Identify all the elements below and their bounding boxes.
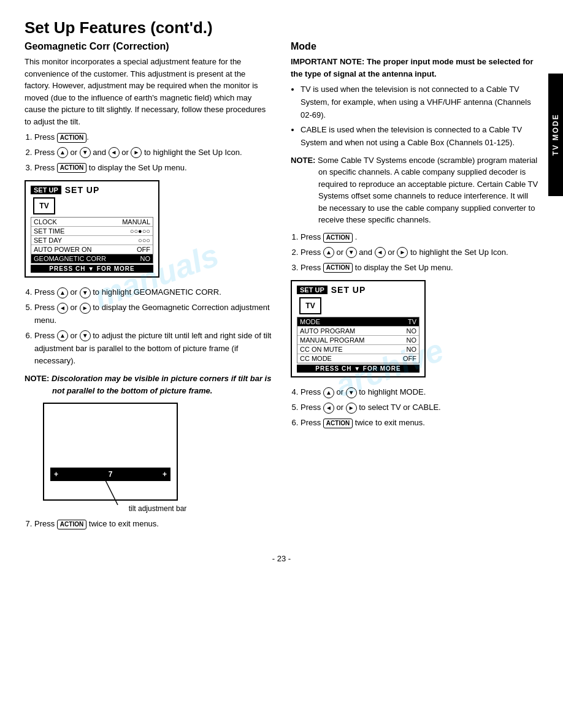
right-note-label: NOTE: (291, 156, 315, 165)
screen-title-1: SET UP (65, 185, 100, 195)
left-step-6: Press ▲ or ▼ to adjust the picture tilt … (34, 330, 272, 368)
left-arrow-r5: ◄ (323, 403, 334, 414)
left-arrow-5: ◄ (57, 303, 68, 314)
menu-item-mode: MODETV (297, 317, 419, 327)
left-step-5: Press ◄ or ► to display the Geomagnetic … (34, 301, 272, 327)
svg-line-0 (99, 468, 118, 505)
up-arrow-6: ▲ (57, 330, 68, 341)
down-arrow-2: ▼ (80, 147, 91, 158)
left-step7-list: Press ACTION twice to exit menus. (34, 518, 272, 531)
up-arrow-r4: ▲ (323, 387, 334, 398)
left-intro: This monitor incorporates a special adju… (25, 56, 272, 127)
down-arrow-r4: ▼ (346, 387, 357, 398)
left-step-1: Press ACTION. (34, 131, 272, 144)
tilt-plus-right: + (163, 470, 167, 479)
screen-header-1: SET UP SET UP (31, 185, 153, 195)
action-btn-r6: ACTION (323, 419, 353, 428)
right-arrow-5: ► (80, 303, 91, 314)
right-arrow-r2: ► (397, 247, 408, 258)
action-btn-7: ACTION (57, 520, 86, 529)
right-note: NOTE: Some Cable TV Systems encode (scra… (291, 154, 538, 226)
down-arrow-4: ▼ (80, 287, 91, 298)
menu-item-setday: SET DAY○○○ (31, 236, 153, 245)
menu-footer-2: PRESS CH ▼ FOR MORE (297, 365, 419, 373)
left-step-3: Press ACTION to display the Set Up menu. (34, 162, 272, 175)
action-btn-1: ACTION (57, 133, 86, 143)
right-steps-list: Press ACTION . Press ▲ or ▼ and ◄ or ► t… (301, 231, 538, 274)
left-arrow-r2: ◄ (375, 247, 386, 258)
action-btn-r3: ACTION (323, 263, 353, 273)
action-btn-r1: ACTION (323, 233, 353, 243)
right-steps-list-2: Press ▲ or ▼ to highlight MODE. Press ◄ … (301, 386, 538, 429)
left-section-title: Geomagnetic Corr (Correction) (25, 41, 272, 52)
page: manuals archive TV MODE Set Up Features … (0, 0, 563, 588)
right-important-note: IMPORTANT NOTE: The proper input mode mu… (291, 56, 538, 80)
right-step-5: Press ◄ or ► to select TV or CABLE. (301, 401, 538, 414)
screen-box-1: SET UP SET UP TV CLOCKMANUAL SET TIME○○●… (25, 180, 159, 278)
menu-item-clock: CLOCKMANUAL (31, 218, 153, 227)
right-arrow-2: ► (131, 147, 142, 158)
right-step-3: Press ACTION to display the Set Up menu. (301, 262, 538, 275)
menu-item-settime: SET TIME○○●○○ (31, 227, 153, 236)
tilt-plus-left: + (54, 470, 58, 479)
tilt-area: + 7 + tilt adjustment bar (43, 403, 272, 513)
left-note-label: NOTE: (25, 374, 49, 383)
left-arrow-2: ◄ (109, 147, 120, 158)
right-step-1: Press ACTION . (301, 231, 538, 244)
right-column: Mode IMPORTANT NOTE: The proper input mo… (291, 41, 538, 536)
down-arrow-6: ▼ (80, 330, 91, 341)
right-bullet-cable: CABLE is used when the television is con… (301, 124, 538, 150)
menu-item-ccmode: CC MODEOFF (297, 354, 419, 363)
left-column: Geomagnetic Corr (Correction) This monit… (25, 41, 272, 536)
left-steps-list: Press ACTION. Press ▲ or ▼ and ◄ or ► to… (34, 131, 272, 174)
up-arrow-4: ▲ (57, 287, 68, 298)
screen-tv-icon-2: TV (299, 297, 321, 314)
menu-list-2: MODETV AUTO PROGRAMNO MANUAL PROGRAMNO C… (297, 317, 419, 363)
menu-item-geomagnetic: GEOMAGNETIC CORRNO (31, 254, 153, 263)
tilt-caption: tilt adjustment bar (43, 504, 272, 513)
left-step-4: Press ▲ or ▼ to highlight GEOMAGNETIC CO… (34, 286, 272, 299)
main-title: Set Up Features (cont'd.) (25, 18, 538, 37)
menu-item-autoprogram: AUTO PROGRAMNO (297, 327, 419, 336)
right-arrow-r5: ► (346, 403, 357, 414)
right-bullet-tv: TV is used when the television is not co… (301, 83, 538, 121)
right-step-6: Press ACTION twice to exit menus. (301, 417, 538, 430)
tilt-image-box: + 7 + (43, 403, 178, 501)
two-column-layout: Geomagnetic Corr (Correction) This monit… (25, 41, 538, 536)
menu-item-autopoweron: AUTO POWER ONOFF (31, 245, 153, 254)
action-btn-3: ACTION (57, 163, 86, 173)
left-step-2: Press ▲ or ▼ and ◄ or ► to highlight the… (34, 146, 272, 159)
up-arrow-2: ▲ (57, 147, 68, 158)
screen-tag-2: SET UP (297, 286, 327, 294)
tilt-arrow-svg (93, 465, 142, 508)
left-note-text: Discoloration may be visible in picture … (52, 374, 271, 395)
menu-list-1: CLOCKMANUAL SET TIME○○●○○ SET DAY○○○ AUT… (31, 217, 153, 264)
svg-marker-1 (97, 468, 102, 474)
down-arrow-r2: ▼ (346, 247, 357, 258)
screen-box-2: SET UP SET UP TV MODETV AUTO PROGRAMNO M… (291, 280, 426, 377)
screen-tag-1: SET UP (31, 186, 61, 194)
right-bullets: TV is used when the television is not co… (301, 83, 538, 150)
menu-footer-1: PRESS CH ▼ FOR MORE (31, 265, 153, 273)
screen-tv-icon-1: TV (33, 197, 55, 214)
left-step-7: Press ACTION twice to exit menus. (34, 518, 272, 531)
right-step-4: Press ▲ or ▼ to highlight MODE. (301, 386, 538, 399)
menu-item-manualprogram: MANUAL PROGRAMNO (297, 336, 419, 345)
tv-mode-sidebar: TV MODE (548, 74, 563, 196)
menu-item-cconmute: CC ON MUTENO (297, 345, 419, 354)
screen-title-2: SET UP (331, 285, 366, 295)
left-steps-list-2: Press ▲ or ▼ to highlight GEOMAGNETIC CO… (34, 286, 272, 368)
page-number: - 23 - (25, 554, 538, 563)
screen-header-2: SET UP SET UP (297, 285, 419, 295)
right-section-title: Mode (291, 41, 538, 52)
right-step-2: Press ▲ or ▼ and ◄ or ► to highlight the… (301, 246, 538, 259)
up-arrow-r2: ▲ (323, 247, 334, 258)
left-note: NOTE: Discoloration may be visible in pi… (25, 373, 272, 396)
